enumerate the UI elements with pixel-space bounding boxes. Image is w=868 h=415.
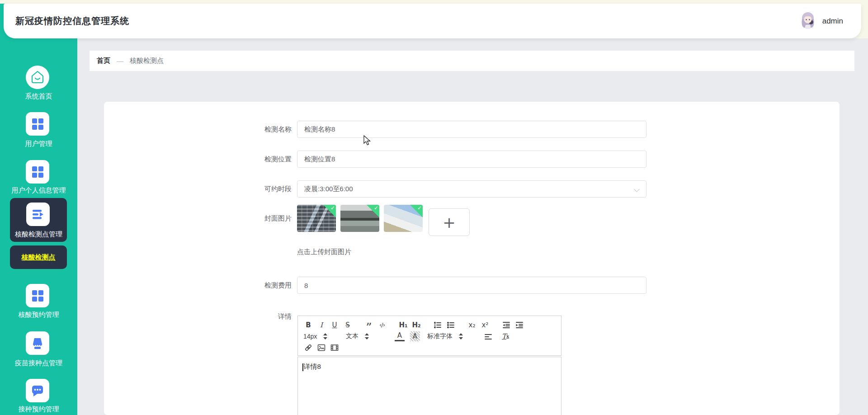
sidebar-item-vaccine-point[interactable]: 疫苗接种点管理: [0, 328, 77, 373]
upload-cover-button[interactable]: +: [429, 208, 470, 236]
header-2-button[interactable]: H₂: [411, 320, 421, 330]
grid-icon: [26, 284, 49, 307]
indent-button[interactable]: [514, 320, 524, 330]
rich-text-editor: B I U S ” ‹/› H₁ H₂: [297, 316, 561, 415]
sidebar-item-label: 接种预约管理: [0, 405, 77, 414]
outdent-button[interactable]: [501, 320, 511, 330]
sidebar-item-nucleic-booking[interactable]: 核酸预约管理: [0, 280, 77, 325]
user-menu[interactable]: admin: [799, 11, 843, 32]
underline-button[interactable]: U: [330, 320, 340, 330]
updown-icon: [459, 333, 463, 340]
blockquote-button[interactable]: ”: [364, 320, 374, 330]
superscript-button[interactable]: x²: [480, 320, 490, 330]
align-button[interactable]: [483, 331, 493, 341]
sidebar-item-label: 用户个人信息管理: [0, 186, 77, 195]
cover-photo-2[interactable]: ✓: [340, 205, 379, 232]
link-icon[interactable]: [303, 343, 313, 353]
sidebar-subitem-nucleic-point[interactable]: 核酸检测点: [10, 245, 67, 269]
font-family-picker[interactable]: 标准字体: [427, 332, 474, 340]
code-block-button[interactable]: ‹/›: [377, 320, 387, 330]
detect-location-label: 检测位置: [104, 151, 292, 168]
detect-location-input[interactable]: [297, 151, 646, 168]
bold-button[interactable]: B: [303, 320, 313, 330]
image-icon[interactable]: [316, 343, 326, 353]
list-arrow-icon: [26, 203, 50, 226]
grid-icon: [26, 112, 49, 136]
timeslot-select[interactable]: 凌晨:3:00至6:00: [297, 180, 646, 198]
check-icon: ✓: [330, 205, 335, 211]
username: admin: [822, 17, 843, 26]
cover-label: 封面图片: [104, 205, 292, 232]
detail-label: 详情: [104, 307, 292, 325]
sidebar-item-label: 核酸预约管理: [0, 310, 77, 319]
bullet-list-button[interactable]: [446, 320, 456, 330]
background-color-button[interactable]: A: [410, 331, 420, 341]
form-card: 检测名称 检测位置 可约时段 凌晨:3:00至6:00 封面图片 ✓ ✓: [104, 102, 840, 415]
fee-label: 检测费用: [104, 277, 292, 294]
breadcrumb-separator: —: [117, 57, 123, 65]
timeslot-value: 凌晨:3:00至6:00: [304, 185, 353, 193]
check-icon: ✓: [417, 205, 422, 211]
cover-photo-1[interactable]: ✓: [297, 205, 336, 232]
header: 新冠疫情防控信息管理系统 admin: [4, 4, 861, 38]
sidebar-item-label: 疫苗接种点管理: [0, 358, 77, 368]
sidebar-item-vaccine-booking[interactable]: 接种预约管理: [0, 375, 77, 415]
breadcrumb-current: 核酸检测点: [130, 57, 164, 65]
text-color-button[interactable]: A: [395, 331, 405, 341]
main-content: 首页 — 核酸检测点 检测名称 检测位置 可约时段 凌晨:3:00至6:00 封…: [77, 38, 868, 415]
text-caret: [302, 363, 303, 371]
grid-icon: [26, 160, 49, 184]
fee-input[interactable]: [297, 277, 646, 294]
mouse-cursor: [363, 135, 373, 148]
header-1-button[interactable]: H₁: [398, 320, 408, 330]
video-icon[interactable]: [330, 343, 340, 353]
subscript-button[interactable]: x₂: [467, 320, 477, 330]
font-size-picker[interactable]: 14px: [303, 333, 337, 340]
sidebar-item-label: 系统首页: [0, 92, 77, 101]
breadcrumb: 首页 — 核酸检测点: [90, 51, 854, 71]
sidebar-item-user-info[interactable]: 用户个人信息管理: [0, 156, 77, 202]
sidebar-subitem-label: 核酸检测点: [10, 245, 67, 269]
sidebar-item-nucleic-mgmt[interactable]: 核酸检测点管理: [10, 198, 67, 242]
format-picker[interactable]: 文本: [346, 332, 386, 340]
ordered-list-button[interactable]: [433, 320, 443, 330]
editor-content[interactable]: 详情8: [297, 357, 561, 415]
detect-name-label: 检测名称: [104, 121, 292, 138]
cover-photo-3[interactable]: ✓: [384, 205, 423, 232]
plus-icon: +: [443, 215, 456, 230]
check-icon: ✓: [374, 205, 378, 211]
editor-toolbar: B I U S ” ‹/› H₁ H₂: [297, 316, 561, 356]
updown-icon: [323, 333, 327, 340]
sidebar-item-home[interactable]: 系统首页: [0, 62, 77, 107]
avatar: [799, 11, 817, 32]
sidebar-item-label: 用户管理: [0, 139, 77, 148]
shop-icon: [26, 331, 49, 355]
sidebar-item-label: 核酸检测点管理: [0, 230, 77, 239]
app-root: 系统首页 用户管理 用户个人信息管理: [0, 0, 868, 415]
chevron-down-icon: [634, 186, 640, 192]
strikethrough-button[interactable]: S: [343, 320, 353, 330]
sidebar: 系统首页 用户管理 用户个人信息管理: [0, 4, 77, 415]
chat-icon: [26, 379, 49, 402]
page-title: 新冠疫情防控信息管理系统: [15, 15, 129, 27]
detect-name-input[interactable]: [297, 121, 646, 138]
upload-hint: 点击上传封面图片: [297, 248, 351, 256]
sidebar-item-users[interactable]: 用户管理: [0, 108, 77, 154]
home-icon: [26, 66, 49, 89]
clear-format-button[interactable]: Tx: [500, 331, 510, 341]
editor-text: 详情8: [304, 363, 321, 370]
breadcrumb-home[interactable]: 首页: [97, 57, 110, 65]
italic-button[interactable]: I: [316, 320, 326, 330]
timeslot-label: 可约时段: [104, 180, 292, 198]
updown-icon: [365, 333, 369, 340]
